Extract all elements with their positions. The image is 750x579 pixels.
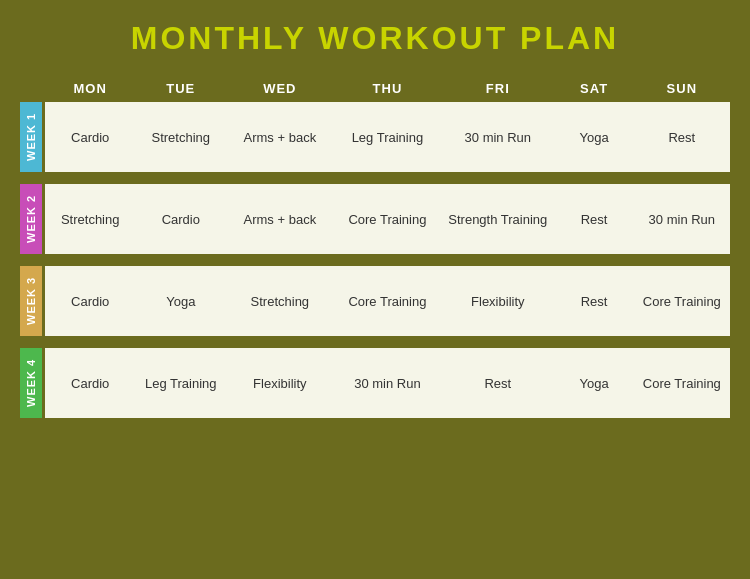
week-1-day-5-cell: 30 min Run: [441, 102, 554, 172]
week-1-label-cell: WEEK 1: [20, 102, 45, 172]
week-1-day-2-cell: Stretching: [135, 102, 226, 172]
header-thu: THU: [334, 75, 442, 102]
week-4-day-4-cell: 30 min Run: [334, 348, 442, 418]
week-2-day-7-cell: 30 min Run: [634, 184, 730, 254]
schedule-table: MON TUE WED THU FRI SAT SUN WEEK 1Cardio…: [20, 75, 730, 418]
header-tue: TUE: [135, 75, 226, 102]
week-2-label-cell: WEEK 2: [20, 184, 45, 254]
week-1-day-4-cell: Leg Training: [334, 102, 442, 172]
week-3-label: WEEK 3: [20, 266, 42, 336]
week-3-day-2-cell: Yoga: [135, 266, 226, 336]
week-4-day-3-cell: Flexibility: [226, 348, 334, 418]
week-3-day-7-cell: Core Training: [634, 266, 730, 336]
week-1-label: WEEK 1: [20, 102, 42, 172]
week-1-day-3-cell: Arms + back: [226, 102, 334, 172]
week-4-label: WEEK 4: [20, 348, 42, 418]
week-2-day-5-cell: Strength Training: [441, 184, 554, 254]
week-3-label-cell: WEEK 3: [20, 266, 45, 336]
week-2-day-3-cell: Arms + back: [226, 184, 334, 254]
week-3-row: WEEK 3CardioYogaStretchingCore TrainingF…: [20, 266, 730, 336]
week-4-day-6-cell: Yoga: [554, 348, 633, 418]
week-4-day-2-cell: Leg Training: [135, 348, 226, 418]
spacer-row: [20, 172, 730, 184]
week-2-row: WEEK 2StretchingCardioArms + backCore Tr…: [20, 184, 730, 254]
week-3-day-4-cell: Core Training: [334, 266, 442, 336]
week-1-day-7-cell: Rest: [634, 102, 730, 172]
spacer-row: [20, 336, 730, 348]
week-4-row: WEEK 4CardioLeg TrainingFlexibility30 mi…: [20, 348, 730, 418]
week-4-day-5-cell: Rest: [441, 348, 554, 418]
week-2-day-1-cell: Stretching: [45, 184, 136, 254]
week-label-header: [20, 75, 45, 102]
header-wed: WED: [226, 75, 334, 102]
spacer-row: [20, 254, 730, 266]
week-2-day-4-cell: Core Training: [334, 184, 442, 254]
header-sun: SUN: [634, 75, 730, 102]
week-3-day-1-cell: Cardio: [45, 266, 136, 336]
header-sat: SAT: [554, 75, 633, 102]
week-2-label: WEEK 2: [20, 184, 42, 254]
week-3-day-3-cell: Stretching: [226, 266, 334, 336]
week-1-day-1-cell: Cardio: [45, 102, 136, 172]
header-row: MON TUE WED THU FRI SAT SUN: [20, 75, 730, 102]
week-2-day-2-cell: Cardio: [135, 184, 226, 254]
header-mon: MON: [45, 75, 136, 102]
header-fri: FRI: [441, 75, 554, 102]
week-1-day-6-cell: Yoga: [554, 102, 633, 172]
week-2-day-6-cell: Rest: [554, 184, 633, 254]
week-3-day-5-cell: Flexibility: [441, 266, 554, 336]
week-1-row: WEEK 1CardioStretchingArms + backLeg Tra…: [20, 102, 730, 172]
week-4-day-7-cell: Core Training: [634, 348, 730, 418]
page-title: MONTHLY WORKOUT PLAN: [131, 20, 619, 57]
week-4-day-1-cell: Cardio: [45, 348, 136, 418]
week-4-label-cell: WEEK 4: [20, 348, 45, 418]
week-3-day-6-cell: Rest: [554, 266, 633, 336]
